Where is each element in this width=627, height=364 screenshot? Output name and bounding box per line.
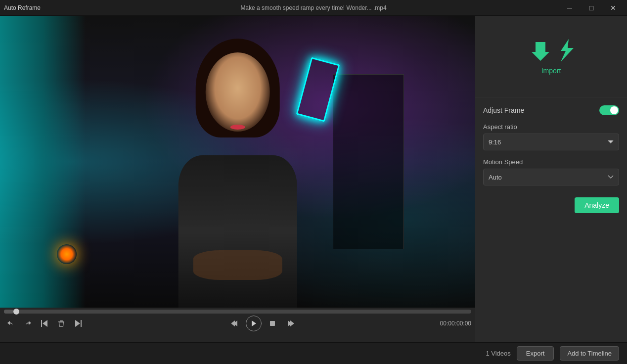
play-button[interactable]: [246, 316, 262, 331]
motion-speed-chevron-icon: [608, 175, 614, 179]
import-download-icon: [528, 38, 553, 63]
aspect-ratio-value: 9:16: [489, 138, 501, 146]
svg-marker-7: [231, 320, 235, 326]
maximize-button[interactable]: □: [582, 1, 601, 15]
right-panel: Import Adjust Frame Aspect ratio 9:16: [475, 16, 627, 342]
svg-marker-5: [75, 320, 80, 327]
aspect-ratio-select[interactable]: 9:16: [483, 134, 619, 150]
skip-back-button[interactable]: [38, 317, 51, 330]
adjust-frame-toggle[interactable]: [599, 105, 619, 115]
file-name: Make a smooth speed ramp every time! Won…: [240, 4, 386, 11]
aspect-ratio-label: Aspect ratio: [483, 123, 619, 131]
progress-bar[interactable]: [4, 310, 471, 314]
video-panel: 00:00:00:00: [0, 16, 475, 342]
motion-speed-group: Motion Speed Auto: [483, 158, 619, 185]
undo-button[interactable]: [4, 317, 18, 330]
app-title: Auto Reframe: [4, 4, 41, 11]
adjust-frame-row: Adjust Frame: [483, 105, 619, 115]
controls-bar: 00:00:00:00: [0, 308, 475, 342]
skip-forward-button[interactable]: [71, 317, 85, 330]
import-label[interactable]: Import: [541, 67, 561, 75]
scene-warm-light: [57, 244, 77, 264]
scene-person: [107, 31, 368, 308]
main-content: 00:00:00:00 Import: [0, 16, 627, 342]
analyze-button[interactable]: Analyze: [575, 197, 619, 213]
svg-marker-11: [290, 320, 294, 326]
progress-thumb[interactable]: [13, 309, 19, 315]
video-placeholder: [0, 16, 475, 308]
bottom-bar: 1 Videos Export Add to Timeline: [0, 342, 627, 364]
adjust-frame-label: Adjust Frame: [483, 106, 524, 114]
videos-count: 1 Videos: [486, 350, 510, 357]
svg-marker-1: [43, 320, 47, 327]
scene-door: [0, 16, 86, 308]
timestamp-display: 00:00:00:00: [440, 320, 471, 327]
titlebar: Auto Reframe Make a smooth speed ramp ev…: [0, 0, 627, 16]
export-button[interactable]: Export: [517, 346, 554, 361]
titlebar-left: Auto Reframe: [4, 4, 41, 11]
import-icons: [528, 38, 575, 63]
stop-button[interactable]: [266, 317, 279, 330]
svg-rect-4: [81, 320, 82, 327]
delete-button[interactable]: [54, 317, 68, 330]
controls-row: 00:00:00:00: [4, 316, 471, 331]
window-controls: ─ □ ✕: [560, 1, 623, 15]
controls-left: [4, 317, 85, 330]
minimize-button[interactable]: ─: [560, 1, 580, 15]
video-area: [0, 16, 475, 308]
svg-rect-9: [270, 321, 275, 326]
svg-marker-8: [252, 320, 256, 326]
motion-speed-select[interactable]: Auto: [483, 169, 619, 185]
aspect-ratio-chevron-icon: [608, 140, 614, 144]
controls-center: [228, 316, 297, 331]
import-lightning-icon: [555, 38, 575, 63]
close-button[interactable]: ✕: [603, 1, 623, 15]
frame-back-button[interactable]: [228, 317, 242, 330]
svg-rect-3: [60, 320, 63, 321]
motion-speed-value: Auto: [489, 174, 502, 181]
import-section: Import: [475, 16, 627, 97]
add-timeline-button[interactable]: Add to Timeline: [560, 346, 619, 361]
svg-rect-0: [41, 320, 42, 327]
settings-section: Adjust Frame Aspect ratio 9:16 Moti: [475, 97, 627, 342]
toggle-knob: [610, 106, 618, 114]
motion-speed-label: Motion Speed: [483, 158, 619, 166]
progress-fill: [4, 310, 13, 314]
frame-forward-button[interactable]: [283, 317, 297, 330]
redo-button[interactable]: [21, 317, 35, 330]
aspect-ratio-group: Aspect ratio 9:16: [483, 123, 619, 150]
